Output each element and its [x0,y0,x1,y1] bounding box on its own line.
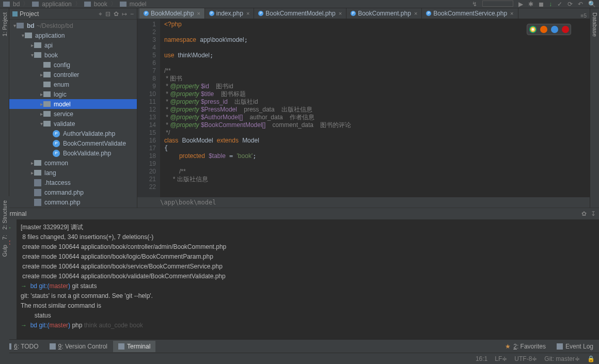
editor-tabs: PBookModel.php×Pindex.php×PBookCommentMo… [137,8,590,19]
tree-node-api[interactable]: ▸api [9,40,137,50]
tab-bookcommentmodel-php[interactable]: PBookCommentModel.php× [254,8,346,19]
tree-node-authorvalidate-php[interactable]: PAuthorValidate.php [9,129,137,138]
php-icon: P [426,11,431,16]
code-area[interactable]: <?php namespace app\book\model; use thin… [160,19,590,197]
breadcrumb-bar: bd 〉 application 〉 book 〉 model ↯ ▶ ✱ ◼ … [0,0,599,8]
collapse-icon[interactable]: ⊟ [105,10,111,18]
run-icon[interactable]: ▶ [518,1,523,8]
debug-icon[interactable]: ✱ [528,1,533,8]
git-branch[interactable]: Git: master≑ [544,355,580,362]
line-sep[interactable]: LF≑ [495,355,507,362]
left-tool-strip-lower: 2: Structure 7: Gulp [0,196,9,361]
hide-icon[interactable]: − [130,10,134,18]
safari-icon[interactable] [551,26,558,33]
tab-index-php[interactable]: Pindex.php× [205,8,254,19]
close-icon[interactable]: × [510,10,513,17]
bottom-tab-event-log[interactable]: Event Log [551,341,599,352]
history-icon[interactable]: ⟳ [568,1,573,8]
tree-root[interactable]: ▾bd ~/Desktop/bd [9,21,137,30]
project-header: Project ⌖ ⊟ ✿ ↦ − [9,8,137,20]
project-panel: Project ⌖ ⊟ ✿ ↦ − ▾bd ~/Desktop/bd▾appli… [9,8,137,208]
php-icon: P [209,11,214,16]
browser-icons[interactable] [527,24,571,35]
revert-icon[interactable]: ↶ [578,1,583,8]
update-icon[interactable]: ↓ [549,1,552,8]
tree-node-lang[interactable]: ▸lang [9,168,137,178]
minimize-icon[interactable]: ↧ [591,210,596,217]
star-icon: ★ [505,343,511,350]
breadcrumb[interactable]: bd 〉 application 〉 book 〉 model [3,0,146,8]
php-icon: P [144,11,149,16]
tree-node-common[interactable]: ▸common [9,158,137,168]
bottom-tab-terminal[interactable]: Terminal [113,341,156,352]
tree-node-service[interactable]: ▸service [9,109,137,119]
search-icon[interactable]: 🔍 [588,1,596,8]
gutter: 12345678910111213141516171819202122 [137,19,160,197]
folder-icon [3,2,10,7]
status-bar: 16:1 LF≑ UTF-8≑ Git: master≑ 🔒 [0,353,599,364]
tool-gulp[interactable]: Gulp [2,245,8,257]
tab-bookcomment-php[interactable]: PBookComment.php× [346,8,422,19]
cursor-pos[interactable]: 16:1 [476,355,487,362]
folder-icon [32,2,39,7]
close-icon[interactable]: × [414,10,417,17]
close-icon[interactable]: × [339,10,342,17]
stop-icon[interactable]: ◼ [539,1,544,8]
tabs-overflow[interactable]: ≡5 [578,13,590,19]
toolbar-right: ↯ ▶ ✱ ◼ ↓ ✓ ⟳ ↶ 🔍 [472,1,596,8]
tree-node-book[interactable]: ▾book [9,50,137,60]
tree-node-bookvalidate-php[interactable]: PBookValidate.php [9,148,137,158]
close-icon[interactable]: × [246,10,249,17]
terminal-panel: Terminal ✿ ↧ ＋ ✕ [master 3329929] 调试 8 f… [0,208,599,339]
divide-icon[interactable]: ↦ [122,10,127,18]
tab-bookmodel-php[interactable]: PBookModel.php× [139,8,205,19]
tool-database[interactable]: Database [592,12,598,37]
tree-node--htaccess[interactable]: .htaccess [9,178,137,187]
vcs-icon [50,343,56,350]
tree-node-config[interactable]: config [9,60,137,70]
code-breadcrumb[interactable]: \app\book\model [137,197,590,208]
tree-node-logic[interactable]: ▸logic [9,89,137,99]
firefox-icon[interactable] [540,26,547,33]
tree-node-model[interactable]: ▸model [9,99,137,109]
tool-structure[interactable]: 2: Structure [2,200,8,230]
tree-node-common-php[interactable]: common.php [9,197,137,207]
tab-bookcommentservice-php[interactable]: PBookCommentService.php× [422,8,518,19]
project-icon [12,11,18,17]
tool-7[interactable]: 7: [2,235,8,240]
right-tool-strip: Database [590,8,599,208]
tree-node-bookcommentvalidate[interactable]: PBookCommentValidate [9,138,137,148]
tree-node-application[interactable]: ▾application [9,30,137,40]
terminal-header: Terminal ✿ ↧ [0,208,599,219]
build-icon[interactable]: ↯ [472,1,477,8]
tree-node-controller[interactable]: ▸controller [9,70,137,80]
lock-icon[interactable]: 🔒 [587,355,595,362]
php-icon: P [258,11,263,16]
tree-node-enum[interactable]: enum [9,80,137,89]
close-icon[interactable]: × [197,10,200,17]
left-tool-strip: 1: Project [0,8,9,208]
autoscroll-icon[interactable]: ⌖ [99,10,102,18]
log-icon [557,343,563,350]
bottom-tab-2-favorites[interactable]: ★2: Favorites [500,341,551,352]
bottom-tool-tabs: 6: TODO9: Version ControlTerminal ★2: Fa… [0,339,599,353]
tool-project[interactable]: 1: Project [2,12,8,36]
folder-icon [84,2,91,7]
gear-icon[interactable]: ✿ [114,10,119,18]
bottom-tab-9-version-control[interactable]: 9: Version Control [44,341,113,352]
encoding[interactable]: UTF-8≑ [514,355,537,362]
gear-icon[interactable]: ✿ [581,210,587,217]
commit-icon[interactable]: ✓ [557,1,562,8]
project-tree[interactable]: ▾bd ~/Desktop/bd▾application▸api▾bookcon… [9,20,137,208]
tree-node-command-php[interactable]: command.php [9,187,137,197]
php-icon: P [351,11,356,16]
run-select[interactable] [482,1,513,7]
folder-icon [120,2,127,7]
chrome-icon[interactable] [529,26,537,33]
terminal-output[interactable]: [master 3329929] 调试 8 files changed, 340… [17,219,599,339]
tree-node-validate[interactable]: ▾validate [9,119,137,129]
project-title: Project [20,10,39,18]
opera-icon[interactable] [562,26,569,33]
editor: PBookModel.php×Pindex.php×PBookCommentMo… [137,8,590,208]
term-icon [118,343,124,350]
